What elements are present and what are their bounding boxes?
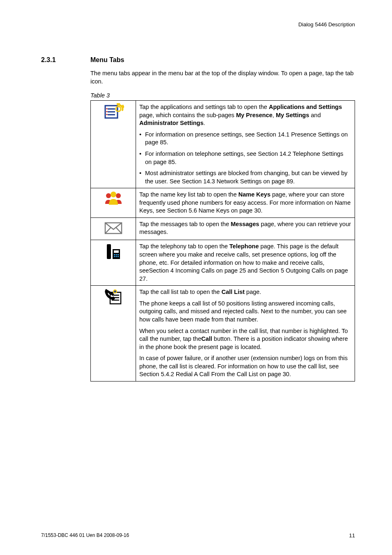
bullet-dot: • bbox=[139, 150, 145, 166]
content-cell: Tap the name key list tab to open the Na… bbox=[136, 188, 355, 218]
bold-text: My Presence bbox=[236, 112, 272, 118]
icon-cell bbox=[91, 188, 136, 218]
page-footer: 7/1553-DBC 446 01 Uen B4 2008-09-16 11 bbox=[41, 532, 355, 539]
section-intro: The menu tabs appear in the menu bar at … bbox=[90, 69, 355, 86]
svg-point-7 bbox=[116, 106, 121, 111]
svg-rect-18 bbox=[115, 256, 117, 257]
svg-rect-15 bbox=[115, 254, 117, 255]
bold-text: Applications and Settings bbox=[269, 104, 342, 110]
bullet-text: For information on telephone settings, s… bbox=[145, 150, 351, 166]
svg-rect-13 bbox=[114, 250, 119, 253]
svg-rect-14 bbox=[114, 254, 115, 255]
bold-text: My Settings bbox=[276, 112, 309, 118]
svg-rect-6 bbox=[106, 114, 107, 115]
bold-text: Messages bbox=[231, 221, 259, 227]
page-number: 11 bbox=[349, 532, 355, 539]
icon-cell bbox=[91, 217, 136, 240]
svg-rect-5 bbox=[106, 111, 107, 112]
content-cell: Tap the messages tab to open the Message… bbox=[136, 217, 355, 240]
text: . bbox=[203, 120, 205, 126]
icon-cell bbox=[91, 286, 136, 382]
svg-rect-17 bbox=[114, 256, 115, 257]
bullet-dot: • bbox=[139, 131, 145, 147]
footer-left: 7/1553-DBC 446 01 Uen B4 2008-09-16 bbox=[41, 532, 129, 539]
bullet-item: • For information on presence settings, … bbox=[139, 131, 351, 147]
text: Tap the telephony tab to open the bbox=[139, 243, 229, 250]
content-cell: Tap the call list tab to open the Call L… bbox=[136, 286, 355, 382]
bold-text: Call List bbox=[221, 289, 244, 295]
bold-text: Name Keys bbox=[238, 191, 270, 198]
telephone-icon bbox=[104, 243, 122, 261]
call-list-icon bbox=[104, 288, 123, 305]
text: Tap the name key list tab to open the bbox=[139, 191, 238, 198]
bold-text: Telephone bbox=[229, 243, 258, 250]
bold-text: Administrator Settings bbox=[139, 120, 203, 126]
table-caption: Table 3 bbox=[90, 92, 355, 99]
doc-header: Dialog 5446 Description bbox=[41, 21, 355, 28]
text: and bbox=[309, 112, 321, 118]
applications-settings-icon bbox=[103, 103, 124, 120]
table-row: Tap the name key list tab to open the Na… bbox=[91, 188, 355, 218]
text: Tap the applications and settings tab to… bbox=[139, 104, 269, 110]
section-number: 2.3.1 bbox=[41, 56, 90, 64]
content-cell: Tap the telephony tab to open the Teleph… bbox=[136, 240, 355, 286]
name-keys-icon bbox=[103, 191, 124, 206]
text: page, which contains the sub-pages bbox=[139, 112, 236, 118]
table-row: Tap the telephony tab to open the Teleph… bbox=[91, 240, 355, 286]
messages-icon bbox=[104, 220, 123, 235]
text: Tap the call list tab to open the bbox=[139, 289, 221, 295]
bullet-item: • Most administrator settings are blocke… bbox=[139, 169, 351, 185]
bullet-text: Most administrator settings are blocked … bbox=[145, 169, 351, 185]
section-title: Menu Tabs bbox=[90, 56, 124, 64]
section-heading: 2.3.1 Menu Tabs bbox=[41, 56, 355, 64]
svg-rect-4 bbox=[106, 108, 107, 109]
text: , bbox=[272, 112, 276, 118]
svg-rect-19 bbox=[118, 256, 119, 257]
svg-point-9 bbox=[116, 193, 121, 198]
bold-text: Call bbox=[201, 335, 212, 342]
bullet-text: For information on presence settings, se… bbox=[145, 131, 351, 147]
text: page. bbox=[244, 289, 261, 295]
icon-cell bbox=[91, 240, 136, 286]
svg-rect-16 bbox=[118, 254, 119, 255]
bullet-dot: • bbox=[139, 169, 145, 185]
paragraph: In case of power failure, or if another … bbox=[139, 354, 351, 379]
svg-point-8 bbox=[106, 193, 111, 198]
content-cell: Tap the applications and settings tab to… bbox=[136, 101, 355, 188]
svg-point-25 bbox=[114, 291, 116, 293]
icon-cell bbox=[91, 101, 136, 188]
table-row: Tap the applications and settings tab to… bbox=[91, 101, 355, 188]
table-row: Tap the messages tab to open the Message… bbox=[91, 217, 355, 240]
text: Tap the messages tab to open the bbox=[139, 221, 231, 227]
bullet-item: • For information on telephone settings,… bbox=[139, 150, 351, 166]
table-row: Tap the call list tab to open the Call L… bbox=[91, 286, 355, 382]
svg-point-10 bbox=[111, 192, 116, 197]
paragraph: The phone keeps a call list of 50 positi… bbox=[139, 300, 351, 324]
menu-tabs-table: Tap the applications and settings tab to… bbox=[90, 100, 355, 382]
